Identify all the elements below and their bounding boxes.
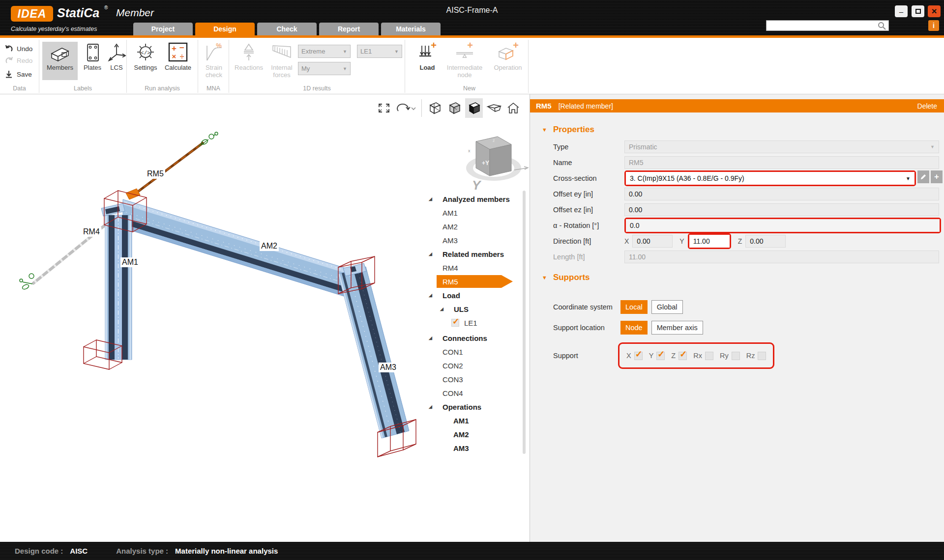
search-input[interactable]	[767, 21, 877, 30]
properties-section-header[interactable]: ▼ Properties	[542, 125, 594, 135]
tree-item-con3[interactable]: CON3	[424, 372, 529, 386]
location-member-axis-button[interactable]: Member axis	[651, 321, 703, 335]
supports-section-header[interactable]: ▼ Supports	[542, 273, 590, 282]
tree-group-connections[interactable]: ◢ Connections	[424, 331, 529, 345]
close-button[interactable]: ×	[928, 5, 941, 17]
svg-text:</>: </>	[141, 50, 150, 56]
save-button[interactable]: Save	[0, 68, 39, 80]
expander-icon[interactable]: ◢	[429, 404, 442, 409]
offset-ez-field[interactable]: 0.00	[624, 203, 939, 216]
info-button[interactable]: i	[928, 20, 939, 31]
reactions-button[interactable]: Reactions	[232, 42, 266, 71]
navigation-cube[interactable]: +Y z x Y	[461, 125, 530, 196]
tab-report[interactable]: Report	[319, 23, 379, 35]
dof-rx-label: Rx	[693, 352, 702, 360]
clipping-plane-button[interactable]	[485, 98, 502, 118]
le1-checkbox[interactable]: ✓	[451, 319, 459, 327]
tab-check[interactable]: Check	[257, 23, 317, 35]
undo-button[interactable]: Undo	[0, 43, 39, 55]
tab-materials[interactable]: Materials	[381, 23, 441, 35]
minimize-button[interactable]: –	[895, 5, 908, 17]
dof-x-checkbox[interactable]: ✓	[634, 352, 643, 360]
dof-ry-checkbox[interactable]	[732, 352, 740, 360]
tree-item-am3[interactable]: AM3	[424, 233, 529, 247]
tree-item-con1[interactable]: CON1	[424, 345, 529, 359]
maximize-icon	[915, 9, 921, 14]
reactions-label: Reactions	[235, 64, 263, 71]
home-view-button[interactable]	[504, 98, 522, 118]
lcs-button[interactable]: LCS	[106, 42, 127, 71]
lcs-label: LCS	[110, 64, 122, 71]
tree-item-le1[interactable]: ✓ LE1	[424, 316, 529, 330]
member-am3[interactable]	[338, 267, 409, 438]
coord-global-button[interactable]: Global	[651, 300, 683, 314]
plates-button[interactable]: Plates	[80, 42, 105, 71]
tree-group-load[interactable]: ◢ Load	[424, 288, 529, 302]
dof-rx-checkbox[interactable]	[705, 352, 713, 360]
type-dropdown[interactable]: Prismatic ▼	[624, 140, 939, 153]
le1-dropdown[interactable]: LE1 ▼	[357, 45, 402, 58]
tree-item-op-am1[interactable]: AM1	[424, 414, 529, 427]
expander-icon[interactable]: ◢	[440, 307, 454, 311]
tree-item-con2[interactable]: CON2	[424, 359, 529, 372]
expander-icon[interactable]: ◢	[429, 196, 442, 201]
offset-ey-field[interactable]: 0.00	[624, 188, 939, 200]
tree-item-op-am3[interactable]: AM3	[424, 441, 529, 455]
tree-scrollbar[interactable]	[523, 191, 526, 454]
members-button[interactable]: Members	[42, 42, 78, 80]
support-location-row: Support location Node Member axis	[530, 319, 944, 336]
view-hidden-line-button[interactable]	[445, 98, 463, 118]
edit-cross-section-button[interactable]	[917, 170, 929, 183]
coord-local-button[interactable]: Local	[620, 300, 648, 314]
expander-icon[interactable]: ◢	[429, 293, 442, 298]
direction-x-label: X	[624, 237, 629, 245]
cross-section-dropdown[interactable]: 3. C(Imp)9X15 (A36 - 0.8E/G - 0.9Fy) ▼	[626, 172, 914, 185]
tab-design[interactable]: Design	[195, 23, 255, 35]
redo-button[interactable]: Redo	[0, 55, 39, 66]
add-cross-section-button[interactable]: +	[931, 170, 943, 183]
search-box[interactable]	[766, 20, 889, 31]
tree-item-am2[interactable]: AM2	[424, 220, 529, 233]
settings-button[interactable]: </> Settings	[131, 42, 160, 71]
selected-member-name: RM5	[536, 102, 552, 110]
operation-button[interactable]: + Operation	[489, 42, 527, 71]
zoom-fit-button[interactable]	[375, 98, 393, 118]
my-dropdown[interactable]: My ▼	[298, 62, 351, 75]
view-solid-button[interactable]	[465, 98, 483, 118]
tab-project[interactable]: Project	[133, 23, 193, 35]
member-am1[interactable]	[105, 215, 132, 360]
maximize-button[interactable]	[912, 5, 924, 17]
strain-check-button[interactable]: % Straincheck	[200, 42, 228, 79]
view-wireframe-button[interactable]	[426, 98, 443, 118]
tree-group-analyzed-members[interactable]: ◢ Analyzed members	[424, 192, 529, 206]
expander-icon[interactable]: ◢	[429, 252, 442, 256]
tree-group-related-members[interactable]: ◢ Related members	[424, 247, 529, 261]
direction-y-field[interactable]: 11.00	[689, 235, 730, 248]
rotate-view-button[interactable]	[395, 98, 417, 118]
tree-item-rm5-selected[interactable]: RM5	[424, 275, 529, 288]
tree-item-op-am2[interactable]: AM2	[424, 427, 529, 441]
intermediate-node-button[interactable]: + Intermediatenode	[441, 42, 488, 79]
calculate-button[interactable]: +−×÷ Calculate	[161, 42, 195, 71]
tree-item-rm4[interactable]: RM4	[424, 261, 529, 275]
name-field[interactable]: RM5	[624, 156, 939, 169]
load-button[interactable]: + Load	[415, 42, 439, 71]
collapse-triangle-icon[interactable]: ▼	[542, 127, 547, 133]
expander-icon[interactable]: ◢	[429, 336, 442, 340]
internal-forces-button[interactable]: Internalforces	[266, 42, 297, 79]
dof-z-checkbox[interactable]: ✓	[678, 352, 687, 360]
collapse-triangle-icon[interactable]: ▼	[542, 275, 547, 280]
tree-item-con4[interactable]: CON4	[424, 386, 529, 400]
rotation-field[interactable]: 0.0	[626, 219, 940, 232]
tree-group-operations[interactable]: ◢ Operations	[424, 400, 529, 414]
direction-z-field[interactable]: 0.00	[745, 235, 786, 248]
tree-group-uls[interactable]: ◢ ULS	[424, 302, 529, 316]
delete-button[interactable]: Delete	[917, 102, 937, 110]
tree-item-am1[interactable]: AM1	[424, 206, 529, 220]
location-node-button[interactable]: Node	[620, 321, 648, 335]
extreme-dropdown[interactable]: Extreme ▼	[298, 45, 351, 58]
dof-y-checkbox[interactable]: ✓	[656, 352, 665, 360]
member-am2[interactable]	[123, 199, 352, 299]
direction-x-field[interactable]: 0.00	[632, 235, 673, 248]
dof-rz-checkbox[interactable]	[758, 352, 766, 360]
